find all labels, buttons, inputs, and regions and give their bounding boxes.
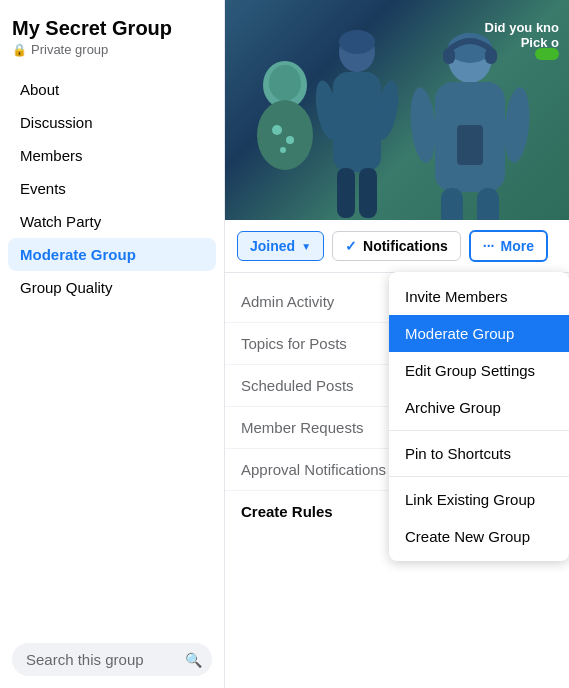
- sidebar-item-events[interactable]: Events: [0, 172, 224, 205]
- svg-point-4: [286, 136, 294, 144]
- notifications-button[interactable]: ✓ Notifications: [332, 231, 461, 261]
- sidebar-item-discussion[interactable]: Discussion: [0, 106, 224, 139]
- sidebar: My Secret Group 🔒 Private group About Di…: [0, 0, 225, 688]
- chevron-down-icon: ▼: [301, 241, 311, 252]
- svg-rect-21: [441, 188, 463, 220]
- group-title: My Secret Group: [0, 16, 224, 42]
- svg-rect-22: [477, 188, 499, 220]
- sidebar-link-about[interactable]: About: [8, 73, 216, 106]
- cover-cta-button[interactable]: [535, 48, 559, 60]
- action-bar: Joined ▼ ✓ Notifications ··· More Invite…: [225, 220, 569, 273]
- sidebar-item-moderate-group[interactable]: Moderate Group: [0, 238, 224, 271]
- dropdown-divider-1: [389, 430, 569, 431]
- svg-rect-15: [443, 48, 455, 64]
- dropdown-item-moderate-group[interactable]: Moderate Group: [389, 315, 569, 352]
- sidebar-item-watch-party[interactable]: Watch Party: [0, 205, 224, 238]
- svg-point-1: [269, 65, 301, 101]
- svg-rect-8: [333, 72, 381, 172]
- sidebar-item-about[interactable]: About: [0, 73, 224, 106]
- svg-rect-11: [337, 168, 355, 218]
- dropdown-item-link-existing-group[interactable]: Link Existing Group: [389, 481, 569, 518]
- figure-2: [315, 30, 400, 220]
- sidebar-link-events[interactable]: Events: [8, 172, 216, 205]
- dropdown-item-invite-members[interactable]: Invite Members: [389, 278, 569, 315]
- sidebar-item-members[interactable]: Members: [0, 139, 224, 172]
- lock-icon: 🔒: [12, 43, 27, 57]
- search-input[interactable]: [12, 643, 212, 676]
- dropdown-item-pin-to-shortcuts[interactable]: Pin to Shortcuts: [389, 435, 569, 472]
- svg-rect-18: [457, 125, 483, 165]
- sidebar-link-moderate-group[interactable]: Moderate Group: [8, 238, 216, 271]
- dropdown-item-archive-group[interactable]: Archive Group: [389, 389, 569, 426]
- svg-point-19: [408, 86, 439, 164]
- sidebar-link-watch-party[interactable]: Watch Party: [8, 205, 216, 238]
- search-icon[interactable]: 🔍: [185, 652, 202, 668]
- sidebar-link-discussion[interactable]: Discussion: [8, 106, 216, 139]
- svg-point-7: [339, 30, 375, 54]
- figure-3: [405, 30, 535, 220]
- svg-rect-16: [485, 48, 497, 64]
- svg-rect-12: [359, 168, 377, 218]
- sidebar-nav: About Discussion Members Events Watch Pa…: [0, 69, 224, 635]
- svg-point-5: [280, 147, 286, 153]
- svg-point-20: [502, 86, 533, 164]
- svg-point-2: [257, 100, 313, 170]
- more-button[interactable]: ··· More: [469, 230, 548, 262]
- sidebar-link-group-quality[interactable]: Group Quality: [8, 271, 216, 304]
- check-icon: ✓: [345, 238, 357, 254]
- cover-image: Did you kno Pick o: [225, 0, 569, 220]
- dropdown-menu: Invite Members Moderate Group Edit Group…: [389, 272, 569, 561]
- group-subtitle: 🔒 Private group: [0, 42, 224, 69]
- main-content: Did you kno Pick o Joined ▼ ✓ Notificati…: [225, 0, 569, 688]
- dropdown-divider-2: [389, 476, 569, 477]
- dropdown-item-create-new-group[interactable]: Create New Group: [389, 518, 569, 555]
- svg-point-3: [272, 125, 282, 135]
- search-container: 🔍: [12, 643, 212, 676]
- joined-button[interactable]: Joined ▼: [237, 231, 324, 261]
- sidebar-item-group-quality[interactable]: Group Quality: [0, 271, 224, 304]
- cover-text: Did you kno Pick o: [485, 20, 559, 50]
- ellipsis-icon: ···: [483, 238, 495, 254]
- dropdown-item-edit-group-settings[interactable]: Edit Group Settings: [389, 352, 569, 389]
- sidebar-link-members[interactable]: Members: [8, 139, 216, 172]
- page-layout: My Secret Group 🔒 Private group About Di…: [0, 0, 569, 688]
